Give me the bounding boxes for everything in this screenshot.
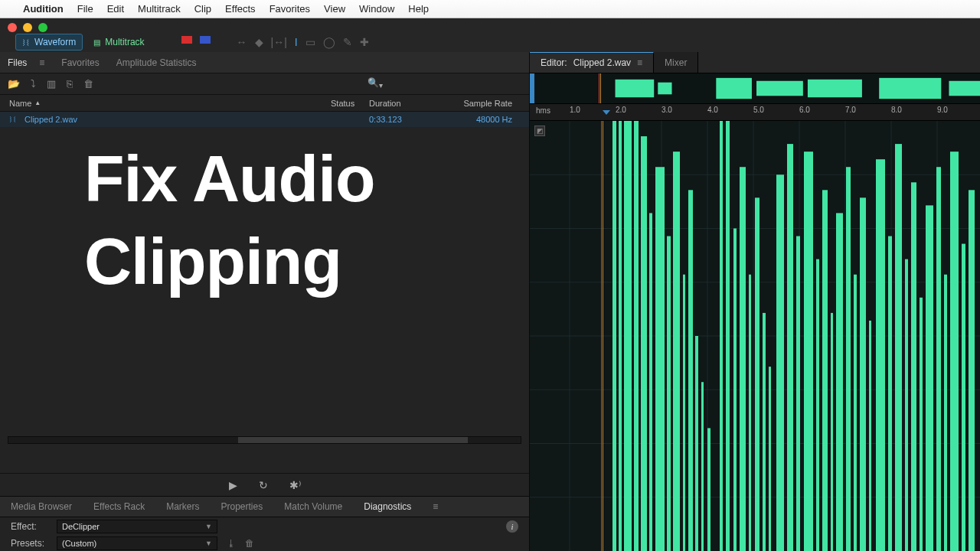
effect-label: Effect: xyxy=(11,521,51,532)
scrollbar-thumb[interactable] xyxy=(238,437,468,443)
overview-playhead[interactable] xyxy=(599,73,599,103)
lasso-tool-icon[interactable]: ◯ xyxy=(323,36,335,48)
new-multitrack-icon[interactable]: ▥ xyxy=(47,78,56,90)
editor-tab-menu-icon[interactable]: ≡ xyxy=(637,57,642,68)
waveform-editor[interactable]: ◩ xyxy=(530,121,980,551)
multitrack-label: Multitrack xyxy=(105,37,144,47)
playhead-indicator-icon[interactable] xyxy=(603,110,610,115)
tab-media-browser[interactable]: Media Browser xyxy=(11,501,72,512)
svg-rect-2 xyxy=(716,78,752,99)
svg-rect-23 xyxy=(612,121,616,551)
menu-edit[interactable]: Edit xyxy=(107,3,124,15)
move-tool-icon[interactable]: ↔ xyxy=(237,36,247,48)
tab-favorites[interactable]: Favorites xyxy=(61,57,99,68)
menu-favorites[interactable]: Favorites xyxy=(270,3,310,15)
audio-file-icon: ⧘⧙ xyxy=(9,116,17,123)
svg-rect-61 xyxy=(911,182,916,551)
bottom-panel-menu-icon[interactable]: ≡ xyxy=(433,501,438,512)
effect-select[interactable]: DeClipper ▼ xyxy=(57,520,217,533)
tab-mixer[interactable]: Mixer xyxy=(654,52,698,73)
svg-rect-53 xyxy=(846,167,851,551)
slip-tool-icon[interactable]: |↔| xyxy=(271,36,287,48)
delete-file-icon[interactable]: 🗑 xyxy=(83,78,93,90)
save-preset-icon[interactable]: ⭳ xyxy=(227,538,236,549)
svg-rect-54 xyxy=(854,275,857,551)
menu-clip[interactable]: Clip xyxy=(194,3,211,15)
info-icon[interactable]: i xyxy=(506,520,518,533)
toolbar: ↔ ◆ |↔| I ▭ ◯ ✎ ✚ xyxy=(181,36,369,48)
waveform-playhead[interactable] xyxy=(601,121,602,551)
play-button[interactable]: ▶ xyxy=(229,479,237,491)
svg-rect-51 xyxy=(831,313,833,551)
svg-rect-26 xyxy=(634,121,639,551)
svg-rect-57 xyxy=(876,159,885,551)
svg-rect-55 xyxy=(860,197,866,551)
menu-app[interactable]: Audition xyxy=(23,3,64,15)
svg-rect-0 xyxy=(616,80,655,97)
channel-toggle-icon[interactable]: ◩ xyxy=(534,126,545,136)
effect-value: DeClipper xyxy=(62,522,100,531)
tab-markers[interactable]: Markers xyxy=(166,501,199,512)
delete-preset-icon[interactable]: 🗑 xyxy=(245,538,254,549)
time-selection-tool-icon[interactable]: I xyxy=(295,36,298,48)
left-channel-color-icon[interactable] xyxy=(181,36,192,44)
svg-rect-28 xyxy=(649,213,652,551)
col-name[interactable]: Name▲ xyxy=(9,99,331,108)
tab-match-volume[interactable]: Match Volume xyxy=(284,501,342,512)
file-name: Clipped 2.wav xyxy=(24,115,77,124)
multitrack-view-button[interactable]: ▤ Multitrack xyxy=(87,34,150,51)
import-file-icon[interactable]: ⤵ xyxy=(31,78,36,90)
overview-range-handle[interactable] xyxy=(530,73,534,103)
menu-file[interactable]: File xyxy=(77,3,93,15)
overview-marker xyxy=(600,73,601,103)
col-status[interactable]: Status xyxy=(331,99,369,108)
svg-rect-5 xyxy=(879,78,941,99)
waveform-view-button[interactable]: ⧘⧙ Waveform xyxy=(15,34,83,51)
presets-select[interactable]: (Custom) ▼ xyxy=(57,536,217,550)
close-window-button[interactable] xyxy=(8,23,17,32)
file-row[interactable]: ⧘⧙Clipped 2.wav 0:33.123 48000 Hz xyxy=(0,112,529,127)
skip-silence-button[interactable]: ✱⁾ xyxy=(289,479,301,491)
col-duration[interactable]: Duration xyxy=(369,99,446,108)
heal-tool-icon[interactable]: ✚ xyxy=(360,36,369,48)
timeline-ruler[interactable]: hms 1.0 2.0 3.0 4.0 5.0 6.0 7.0 8.0 9.0 xyxy=(530,104,980,121)
horizontal-scrollbar[interactable] xyxy=(8,436,521,444)
search-field[interactable]: 🔍▾ xyxy=(368,77,383,90)
razor-tool-icon[interactable]: ◆ xyxy=(255,36,263,48)
loop-button[interactable]: ↻ xyxy=(259,479,268,491)
svg-rect-58 xyxy=(888,236,892,551)
col-sample-rate[interactable]: Sample Rate xyxy=(446,99,520,108)
files-panel-menu-icon[interactable]: ≡ xyxy=(39,57,44,68)
multitrack-icon: ▤ xyxy=(93,38,100,47)
right-channel-color-icon[interactable] xyxy=(200,36,211,44)
insert-into-multitrack-icon[interactable]: ⎘ xyxy=(67,78,73,90)
svg-rect-41 xyxy=(749,275,751,551)
menu-help[interactable]: Help xyxy=(408,3,429,15)
svg-rect-29 xyxy=(655,167,665,551)
menu-multitrack[interactable]: Multitrack xyxy=(138,3,181,15)
zoom-window-button[interactable] xyxy=(38,23,47,32)
file-sample-rate: 48000 Hz xyxy=(446,115,520,124)
ruler-tick: 9.0 xyxy=(937,106,948,114)
open-file-icon[interactable]: 📂 xyxy=(8,78,20,90)
menu-effects[interactable]: Effects xyxy=(225,3,256,15)
marquee-tool-icon[interactable]: ▭ xyxy=(305,36,315,48)
svg-rect-52 xyxy=(836,213,843,551)
minimize-window-button[interactable] xyxy=(23,23,32,32)
files-toolbar: 📂 ⤵ ▥ ⎘ 🗑 🔍▾ xyxy=(0,73,529,95)
editor-column: Editor: Clipped 2.wav ≡ Mixer xyxy=(530,52,980,551)
waveform-marker xyxy=(603,121,603,551)
brush-tool-icon[interactable]: ✎ xyxy=(343,36,352,48)
svg-rect-30 xyxy=(667,236,671,551)
menu-view[interactable]: View xyxy=(324,3,345,15)
files-panel-tabs: Files ≡ Favorites Amplitude Statistics xyxy=(0,52,529,73)
tab-diagnostics[interactable]: Diagnostics xyxy=(364,501,411,512)
tab-editor[interactable]: Editor: Clipped 2.wav ≡ xyxy=(530,52,654,73)
tab-properties[interactable]: Properties xyxy=(221,501,263,512)
ruler-tick: 8.0 xyxy=(891,106,902,114)
tab-amplitude-statistics[interactable]: Amplitude Statistics xyxy=(116,57,197,68)
tab-effects-rack[interactable]: Effects Rack xyxy=(93,501,145,512)
tab-files[interactable]: Files xyxy=(8,57,27,68)
overview-waveform[interactable] xyxy=(530,73,980,104)
menu-window[interactable]: Window xyxy=(359,3,394,15)
